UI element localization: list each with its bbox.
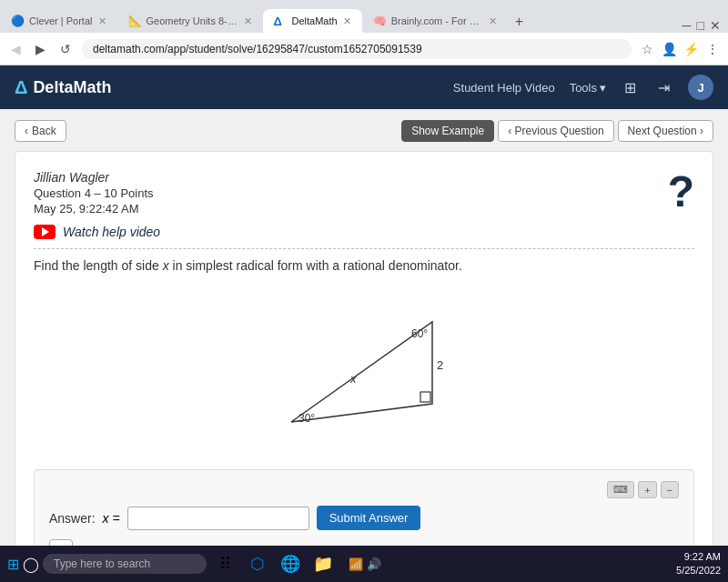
answer-tools: ⌨ + − bbox=[49, 481, 679, 498]
tab-brainly-label: Brainly.com - For stu... bbox=[391, 15, 483, 26]
answer-input-field[interactable] bbox=[127, 507, 309, 530]
tab-bar: 🔵 Clever | Portal ✕ 📐 Geometry Units 8-1… bbox=[0, 0, 728, 33]
extensions-icon[interactable]: ⚡ bbox=[682, 41, 699, 57]
tab-clever-icon: 🔵 bbox=[11, 15, 24, 27]
tab-brainly[interactable]: 🧠 Brainly.com - For stu... ✕ bbox=[362, 9, 508, 33]
profile-icon[interactable]: 👤 bbox=[661, 41, 677, 57]
answer-input-row: Answer: x = Submit Answer bbox=[49, 506, 679, 530]
svg-rect-1 bbox=[420, 392, 430, 402]
zoom-in-button[interactable]: + bbox=[638, 481, 656, 498]
prev-chevron-icon: ‹ bbox=[508, 125, 511, 137]
close-button[interactable]: ✕ bbox=[710, 18, 721, 33]
taskbar-chrome-icon[interactable]: 🌐 bbox=[276, 549, 305, 578]
bookmark-icon[interactable]: ☆ bbox=[639, 41, 655, 57]
tab-deltamath-icon: Δ bbox=[274, 15, 287, 27]
svg-text:30°: 30° bbox=[298, 412, 315, 425]
next-chevron-icon: › bbox=[700, 125, 703, 137]
delta-logo-icon: Δ bbox=[15, 77, 27, 98]
answer-label: Answer: bbox=[49, 511, 96, 526]
svg-text:60°: 60° bbox=[411, 327, 428, 340]
refresh-button[interactable]: ↺ bbox=[56, 40, 75, 58]
tab-geometry-close[interactable]: ✕ bbox=[244, 15, 252, 27]
keyboard-icon-button[interactable]: ⌨ bbox=[607, 481, 634, 498]
svg-text:x: x bbox=[349, 372, 357, 386]
user-avatar[interactable]: J bbox=[688, 75, 713, 100]
calculator-icon[interactable]: ⊞ bbox=[621, 75, 640, 100]
question-text-static: Find the length of side bbox=[34, 258, 163, 273]
header-actions: Student Help Video Tools ▾ ⊞ ⇥ J bbox=[453, 75, 713, 100]
variable-x: x bbox=[163, 258, 169, 273]
back-nav-button[interactable]: ◀ bbox=[7, 40, 25, 58]
taskbar: ⊞ ◯ ⠿ ⬡ 🌐 📁 📶 🔊 9:22 AM 5/25/2022 bbox=[0, 546, 728, 582]
question-meta: Question 4 – 10 Points bbox=[34, 186, 694, 200]
wifi-icon[interactable]: 📶 bbox=[349, 557, 363, 571]
tab-brainly-icon: 🧠 bbox=[373, 15, 386, 27]
address-input[interactable] bbox=[82, 39, 632, 59]
taskbar-clock[interactable]: 9:22 AM 5/25/2022 bbox=[676, 550, 721, 578]
tab-deltamath[interactable]: Δ DeltaMath ✕ bbox=[263, 9, 362, 33]
app-name: DeltaMath bbox=[33, 78, 111, 97]
app-logo[interactable]: Δ DeltaMath bbox=[15, 77, 453, 98]
tab-brainly-close[interactable]: ✕ bbox=[489, 15, 497, 27]
windows-icon[interactable]: ⊞ bbox=[7, 556, 19, 573]
student-help-video-link[interactable]: Student Help Video bbox=[453, 81, 555, 95]
question-divider bbox=[34, 248, 694, 249]
tab-clever-label: Clever | Portal bbox=[29, 15, 93, 26]
taskbar-edge-icon[interactable]: ⬡ bbox=[243, 549, 272, 578]
triangle-svg: 60° 30° 2 x bbox=[264, 287, 464, 451]
watch-video-label: Watch help video bbox=[63, 225, 160, 239]
taskbar-folder-icon[interactable]: 📁 bbox=[308, 549, 338, 578]
triangle-diagram: 60° 30° 2 x bbox=[34, 287, 694, 451]
browser-chrome: 🔵 Clever | Portal ✕ 📐 Geometry Units 8-1… bbox=[0, 0, 728, 65]
question-text: Find the length of side x in simplest ra… bbox=[34, 258, 694, 273]
tab-clever[interactable]: 🔵 Clever | Portal ✕ bbox=[0, 9, 117, 33]
question-text-end: in simplest radical form with a rational… bbox=[169, 258, 462, 273]
cortana-icon[interactable]: ◯ bbox=[23, 556, 39, 573]
logout-icon[interactable]: ⇥ bbox=[654, 75, 673, 100]
forward-nav-button[interactable]: ▶ bbox=[32, 40, 49, 58]
tab-deltamath-close[interactable]: ✕ bbox=[343, 15, 351, 27]
back-button-label: Back bbox=[32, 125, 56, 137]
taskbar-system-tray: 📶 🔊 bbox=[349, 557, 381, 571]
tools-label: Tools bbox=[570, 81, 597, 95]
maximize-button[interactable]: □ bbox=[697, 18, 704, 33]
tools-chevron-icon: ▾ bbox=[600, 81, 606, 95]
help-question-icon[interactable]: ? bbox=[668, 170, 694, 214]
taskbar-time-value: 9:22 AM bbox=[676, 550, 721, 564]
browser-toolbar-icons: ☆ 👤 ⚡ ⋮ bbox=[639, 41, 721, 57]
svg-text:2: 2 bbox=[437, 358, 443, 372]
next-question-button[interactable]: Next Question › bbox=[618, 120, 713, 142]
tools-dropdown-button[interactable]: Tools ▾ bbox=[570, 81, 606, 95]
taskbar-date-value: 5/25/2022 bbox=[676, 564, 721, 577]
tab-deltamath-label: DeltaMath bbox=[292, 15, 338, 26]
tab-geometry-label: Geometry Units 8-11 bbox=[147, 15, 238, 26]
back-chevron-icon: ‹ bbox=[25, 125, 28, 137]
youtube-play-triangle bbox=[42, 227, 49, 236]
minimize-button[interactable]: ─ bbox=[682, 18, 692, 33]
menu-icon[interactable]: ⋮ bbox=[704, 41, 721, 57]
taskbar-apps-icon[interactable]: ⠿ bbox=[210, 549, 239, 578]
tab-geometry[interactable]: 📐 Geometry Units 8-11 ✕ bbox=[117, 9, 263, 33]
new-tab-button[interactable]: + bbox=[508, 11, 531, 33]
answer-variable: x = bbox=[103, 511, 120, 526]
zoom-out-button[interactable]: − bbox=[661, 481, 679, 498]
show-example-button[interactable]: Show Example bbox=[401, 120, 494, 142]
main-content: ‹ Back Show Example ‹ Previous Question … bbox=[0, 109, 728, 582]
taskbar-search-input[interactable] bbox=[43, 554, 207, 574]
student-name: Jillian Wagler bbox=[34, 170, 694, 185]
app-header: Δ DeltaMath Student Help Video Tools ▾ ⊞… bbox=[0, 65, 728, 109]
prev-question-button[interactable]: ‹ Previous Question bbox=[498, 120, 613, 142]
volume-icon[interactable]: 🔊 bbox=[367, 557, 381, 571]
tab-geometry-icon: 📐 bbox=[128, 15, 141, 27]
address-bar-row: ◀ ▶ ↺ ☆ 👤 ⚡ ⋮ bbox=[0, 33, 728, 65]
tab-clever-close[interactable]: ✕ bbox=[98, 15, 106, 27]
question-navigation: Show Example ‹ Previous Question Next Qu… bbox=[401, 120, 713, 142]
submit-answer-button[interactable]: Submit Answer bbox=[317, 506, 421, 530]
watch-video-button[interactable]: Watch help video bbox=[34, 225, 694, 239]
youtube-icon bbox=[34, 225, 56, 239]
top-controls: ‹ Back Show Example ‹ Previous Question … bbox=[15, 120, 713, 142]
question-card: Jillian Wagler Question 4 – 10 Points Ma… bbox=[15, 151, 713, 582]
back-button[interactable]: ‹ Back bbox=[15, 120, 66, 142]
question-date: May 25, 9:22:42 AM bbox=[34, 202, 694, 216]
